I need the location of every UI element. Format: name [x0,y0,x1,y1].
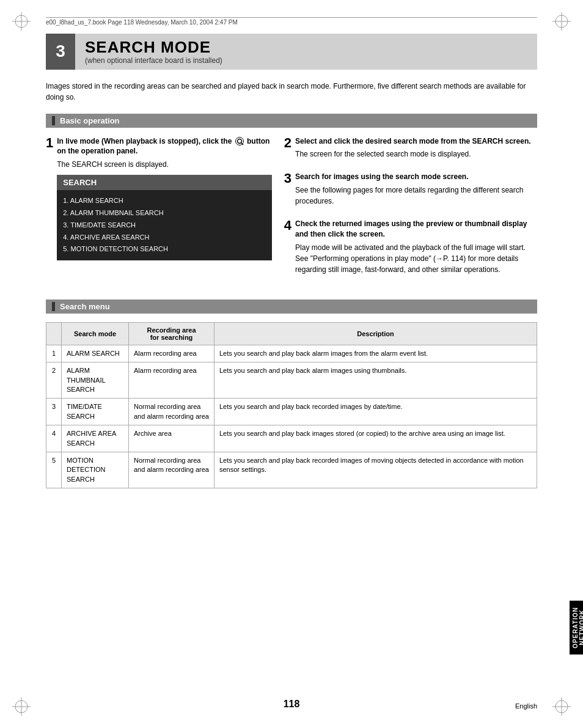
two-column-layout: 1 In live mode (When playback is stopped… [46,136,537,287]
chapter-header: 3 SEARCH MODE (when optional interface b… [46,34,537,70]
td-desc-2: Lets you search and play back alarm imag… [215,362,537,399]
table-row: 3TIME/DATE SEARCHNormal recording area a… [46,399,537,425]
section-header-search-menu: Search menu [46,300,537,314]
td-desc-1: Lets you search and play back alarm imag… [215,345,537,362]
step-2-body: The screen for the selected search mode … [295,149,530,160]
search-item-5: 5. MOTION DETECTION SEARCH [63,243,266,256]
table-row: 5MOTION DETECTION SEARCHNormal recording… [46,452,537,488]
td-mode-5: MOTION DETECTION SEARCH [62,452,129,488]
step-1-title: In live mode (When playback is stopped),… [57,136,272,157]
td-num-1: 1 [46,345,62,362]
th-num [46,322,62,345]
search-item-1: 1. ALARM SEARCH [63,195,266,207]
search-screen-list: 1. ALARM SEARCH 2. ALARM THUMBNAIL SEARC… [57,190,272,260]
td-desc-3: Lets you search and play back recorded i… [215,399,537,425]
main-content: 3 SEARCH MODE (when optional interface b… [46,34,537,691]
step-1-content: In live mode (When playback is stopped),… [57,136,272,266]
step-1-number: 1 [46,136,53,150]
search-menu-section: Search menu Search mode Recording areafo… [46,300,537,488]
table-header-row: Search mode Recording areafor searching … [46,322,537,345]
step-3-number: 3 [284,172,292,185]
side-tab-inner: OPERATION NETWORK [572,607,583,649]
page-language: English [515,702,537,710]
chapter-title-block: SEARCH MODE (when optional interface boa… [75,34,537,70]
td-area-4: Archive area [129,425,215,452]
step-4-number: 4 [284,219,292,232]
step-3-body: See the following pages for more details… [295,185,537,207]
td-area-3: Normal recording area and alarm recordin… [129,399,215,425]
th-area: Recording areafor searching [129,322,215,345]
corner-mark-bl [12,697,31,716]
svg-line-13 [241,143,243,145]
chapter-title: SEARCH MODE [85,39,527,56]
corner-mark-tl [12,12,31,31]
search-table: Search mode Recording areafor searching … [46,322,537,488]
page-number: 118 [284,699,300,710]
search-item-4: 4. ARCHIVE AREA SEARCH [63,232,266,244]
table-row: 1ALARM SEARCHAlarm recording areaLets yo… [46,345,537,362]
section-header-basic-operation: Basic operation [46,114,537,128]
step-1: 1 In live mode (When playback is stopped… [46,136,272,266]
section-title-basic: Basic operation [60,116,120,125]
intro-text: Images stored in the recording areas can… [46,81,537,103]
step-1-body: The SEARCH screen is displayed. [57,159,272,170]
step-2-content: Select and click the desired search mode… [295,136,530,164]
corner-mark-br [552,697,571,716]
td-area-2: Alarm recording area [129,362,215,399]
step-3-content: Search for images using the search mode … [295,172,537,210]
svg-point-12 [237,139,241,144]
step-4-title: Check the returned images using the prev… [295,219,537,240]
td-num-4: 4 [46,425,62,452]
chapter-subtitle: (when optional interface board is instal… [85,56,527,65]
td-mode-3: TIME/DATE SEARCH [62,399,129,425]
step-2-title: Select and click the desired search mode… [295,136,530,147]
td-num-5: 5 [46,452,62,488]
td-desc-4: Lets you search and play back images sto… [215,425,537,452]
search-screen-header: SEARCH [57,175,272,190]
chapter-number: 3 [46,34,75,70]
step-2-number: 2 [284,136,292,150]
td-mode-4: ARCHIVE AREA SEARCH [62,425,129,452]
side-tab-line2: OPERATION [572,607,579,649]
table-row: 4ARCHIVE AREA SEARCHArchive areaLets you… [46,425,537,452]
right-column: 2 Select and click the desired search mo… [284,136,537,287]
side-tab: OPERATION NETWORK [570,601,583,655]
th-desc: Description [215,322,537,345]
step-4: 4 Check the returned images using the pr… [284,219,537,279]
step-2: 2 Select and click the desired search mo… [284,136,537,164]
search-item-3: 3. TIME/DATE SEARCH [63,219,266,232]
side-tab-line1: NETWORK [579,610,583,646]
section-bar [52,116,55,125]
table-row: 2ALARM THUMBNAIL SEARCHAlarm recording a… [46,362,537,399]
file-info: e00_l8had_us_7.book Page 118 Wednesday, … [46,17,537,26]
step-3: 3 Search for images using the search mod… [284,172,537,210]
step-4-content: Check the returned images using the prev… [295,219,537,279]
td-mode-1: ALARM SEARCH [62,345,129,362]
td-area-5: Normal recording area and alarm recordin… [129,452,215,488]
search-item-2: 2. ALARM THUMBNAIL SEARCH [63,207,266,219]
th-mode: Search mode [62,322,129,345]
corner-mark-tr [552,12,571,31]
td-desc-5: Lets you search and play back recorded i… [215,452,537,488]
left-column: 1 In live mode (When playback is stopped… [46,136,272,287]
td-num-2: 2 [46,362,62,399]
search-screen: SEARCH 1. ALARM SEARCH 2. ALARM THUMBNAI… [57,175,272,260]
section-bar-2 [52,302,55,311]
td-num-3: 3 [46,399,62,425]
section-title-search-menu: Search menu [60,302,110,311]
step-3-title: Search for images using the search mode … [295,172,537,182]
td-mode-2: ALARM THUMBNAIL SEARCH [62,362,129,399]
td-area-1: Alarm recording area [129,345,215,362]
search-icon [236,138,244,146]
step-4-body: Play mode will be activated and the play… [295,242,537,275]
